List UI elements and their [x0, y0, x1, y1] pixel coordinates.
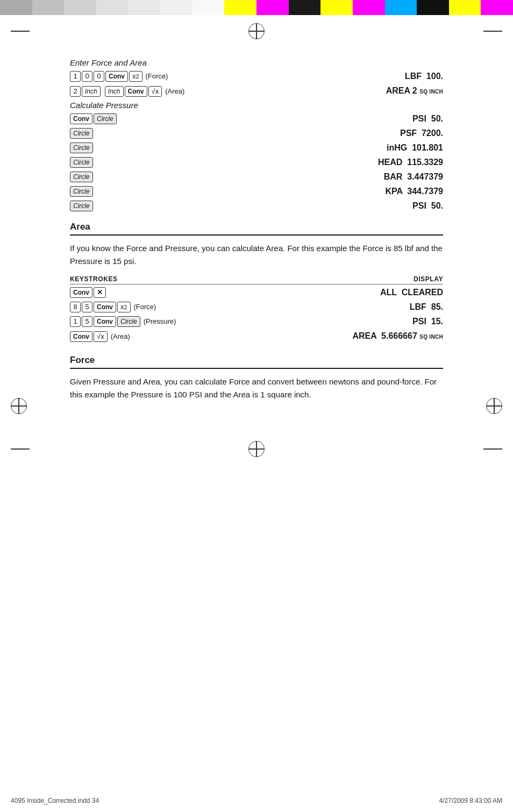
pressure-display-1: PSF 7200. — [400, 127, 443, 139]
key-circle-6[interactable]: Circle — [70, 201, 93, 211]
enter-heading: Enter Force and Area — [70, 58, 443, 67]
key-x-clear[interactable]: ✕ — [94, 287, 106, 298]
pressure-keys-5: Circle — [70, 186, 385, 197]
area-keys: 2 Inch Inch Conv √x (Area) — [70, 86, 386, 97]
force-keys: 1 0 0 Conv x2 (Force) — [70, 70, 405, 82]
pressure-keys-2: Circle — [70, 143, 387, 153]
pressure-row-5: Circle KPA 344.7379 — [70, 186, 443, 197]
pressure-keys-0: Conv Circle — [70, 113, 412, 124]
pressure-display-0: PSI 50. — [412, 113, 443, 125]
pressure-display-3: HEAD 115.3329 — [378, 156, 443, 168]
key-1-psi[interactable]: 1 — [70, 316, 81, 327]
calc-pressure-heading: Calculate Pressure — [70, 101, 443, 110]
force-entry-row: 1 0 0 Conv x2 (Force) LBF 100. — [70, 70, 443, 82]
key-2[interactable]: 2 — [70, 86, 81, 97]
key-circle-pressure[interactable]: Circle — [117, 316, 140, 327]
force-description: Given Pressure and Area, you can calcula… — [70, 375, 443, 401]
key-x2[interactable]: x2 — [129, 71, 142, 82]
reg-mark-right — [486, 398, 502, 414]
pressure-keys-4: Circle — [70, 172, 384, 182]
bottom-reg-marks-row — [0, 436, 513, 462]
pressure-row-0: Conv Circle PSI 50. — [70, 113, 443, 125]
pressure-row-1: Circle PSF 7200. — [70, 127, 443, 139]
pressure-display-2: inHG 101.801 — [387, 142, 443, 154]
area-display-label: AREA — [386, 86, 410, 95]
key-inch-2[interactable]: Inch — [105, 86, 124, 97]
mark-line-right — [483, 31, 502, 32]
area-kd-display-1: LBF 85. — [410, 301, 443, 313]
key-circle-4[interactable]: Circle — [70, 172, 93, 182]
reg-mark-bottom-center — [248, 441, 265, 457]
key-5a[interactable]: 5 — [82, 302, 92, 312]
footer-left: 4095 Inside_Corrected.indd 34 — [11, 797, 99, 804]
force-display: LBF 100. — [405, 70, 443, 82]
area-kd-keys-3: Conv √x (Area) — [70, 331, 352, 343]
pressure-row-6: Circle PSI 50. — [70, 200, 443, 212]
area-section-title: Area — [70, 222, 443, 236]
pressure-display-6: PSI 50. — [412, 200, 443, 212]
reg-mark-left — [11, 398, 27, 414]
footer-right: 4/27/2009 8:43:00 AM — [439, 797, 502, 804]
key-circle-5[interactable]: Circle — [70, 186, 93, 197]
area-display-value: 2 — [412, 86, 417, 95]
pressure-display-4: BAR 3.447379 — [384, 171, 443, 183]
area-description: If you know the Force and Pressure, you … — [70, 242, 443, 268]
pressure-row-3: Circle HEAD 115.3329 — [70, 156, 443, 168]
force-section-title: Force — [70, 355, 443, 369]
color-bar — [0, 0, 513, 15]
key-conv-clear[interactable]: Conv — [70, 287, 92, 298]
area-kd-display-2: PSI 15. — [412, 316, 443, 327]
kd-header-right: DISPLAY — [414, 275, 443, 283]
pressure-keys-1: Circle — [70, 128, 400, 139]
area-display-unit: SQ INCH — [419, 89, 443, 95]
key-conv-lbf[interactable]: Conv — [94, 302, 116, 312]
pressure-label-area: (Pressure) — [144, 316, 176, 327]
main-content: Enter Force and Area 1 0 0 Conv x2 (Forc… — [0, 47, 513, 419]
force-display-label: LBF — [405, 72, 422, 81]
key-conv-area2[interactable]: Conv — [70, 331, 92, 342]
pressure-keys-3: Circle — [70, 157, 378, 168]
area-kd-keys-0: Conv ✕ — [70, 287, 380, 298]
mark-line-bottom-left — [11, 448, 30, 450]
area-kd-row-1: 8 5 Conv x2 (Force) LBF 85. — [70, 301, 443, 313]
key-circle-1[interactable]: Circle — [70, 128, 93, 139]
pressure-row-2: Circle inHG 101.801 — [70, 142, 443, 154]
area-kd-row-3: Conv √x (Area) AREA 5.666667 SQ INCH — [70, 330, 443, 343]
area-display: AREA 2 SQ INCH — [386, 85, 443, 98]
key-circle-2[interactable]: Circle — [70, 143, 93, 153]
key-conv-area[interactable]: Conv — [125, 86, 147, 97]
key-0a[interactable]: 0 — [82, 71, 92, 82]
kd-header-left: KEYSTROKES — [70, 275, 118, 283]
key-circle-0[interactable]: Circle — [94, 113, 117, 124]
key-5b[interactable]: 5 — [82, 316, 92, 327]
mark-line-left — [11, 31, 30, 32]
area-unit: SQ INCH — [419, 334, 443, 340]
force-label-area: (Force) — [134, 301, 156, 313]
key-conv-force[interactable]: Conv — [105, 71, 128, 82]
area-kd-row-2: 1 5 Conv Circle (Pressure) PSI 15. — [70, 316, 443, 327]
pressure-display-5: KPA 344.7379 — [385, 186, 443, 197]
area-kd-keys-1: 8 5 Conv x2 (Force) — [70, 301, 410, 313]
key-circle-3[interactable]: Circle — [70, 157, 93, 168]
key-x2-force[interactable]: x2 — [117, 302, 131, 312]
area-kd-keys-2: 1 5 Conv Circle (Pressure) — [70, 316, 412, 327]
key-sqrt-area2[interactable]: √x — [94, 331, 108, 342]
key-8[interactable]: 8 — [70, 302, 81, 312]
key-conv-psi[interactable]: Conv — [70, 113, 92, 124]
area-label-area: (Area) — [111, 331, 130, 343]
mark-line-bottom-right — [483, 448, 502, 450]
key-inch-1[interactable]: Inch — [82, 86, 101, 97]
pressure-row-4: Circle BAR 3.447379 — [70, 171, 443, 183]
key-0b[interactable]: 0 — [94, 71, 104, 82]
force-display-value: 100. — [426, 72, 443, 81]
area-kd-display-0: ALL CLEARED — [380, 287, 443, 298]
reg-mark-top-center — [248, 23, 265, 39]
pressure-keys-6: Circle — [70, 201, 412, 211]
key-sqrt-area[interactable]: √x — [148, 86, 162, 97]
top-reg-marks-row — [0, 15, 513, 47]
kd-header-area: KEYSTROKES DISPLAY — [70, 275, 443, 284]
footer: 4095 Inside_Corrected.indd 34 4/27/2009 … — [11, 797, 502, 804]
key-1[interactable]: 1 — [70, 71, 81, 82]
key-conv-psi2[interactable]: Conv — [94, 316, 116, 327]
area-kd-row-0: Conv ✕ ALL CLEARED — [70, 287, 443, 298]
